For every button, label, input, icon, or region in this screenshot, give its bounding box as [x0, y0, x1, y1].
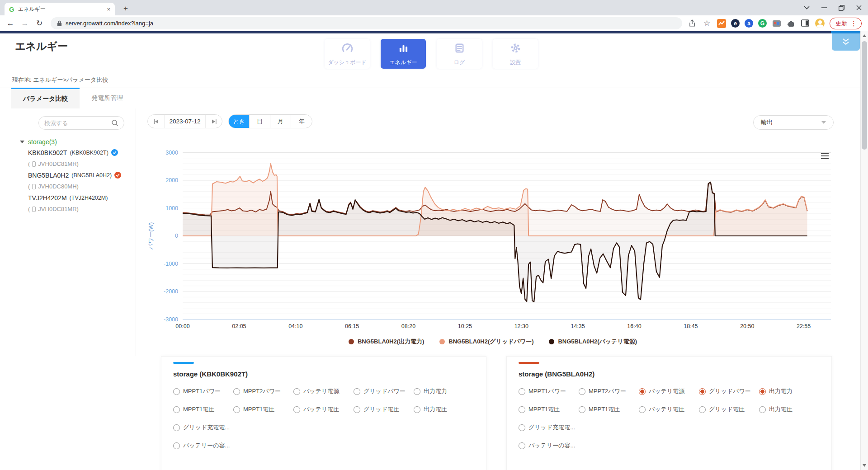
parameter-radio-unchecked[interactable]: MPPT2パワー: [233, 387, 293, 396]
parameter-radio-unchecked[interactable]: バッテリ電圧: [293, 405, 354, 414]
radio-icon[interactable]: [414, 388, 420, 395]
interval-1[interactable]: 日: [250, 115, 270, 128]
radio-icon[interactable]: [293, 406, 300, 413]
forward-icon[interactable]: →: [19, 19, 31, 28]
parameter-radio-unchecked[interactable]: 出力電力: [414, 387, 447, 396]
radio-icon[interactable]: [173, 424, 180, 431]
window-close-icon[interactable]: [856, 5, 862, 10]
prev-date-icon[interactable]: [148, 115, 164, 128]
reload-icon[interactable]: ↻: [33, 19, 45, 28]
scroll-down-icon[interactable]: [863, 464, 866, 467]
browser-tab[interactable]: G エネルギー ×: [5, 3, 115, 15]
legend-item[interactable]: BNG5BLA0H2(出力電力): [349, 338, 424, 346]
radio-icon[interactable]: [414, 406, 420, 413]
tab-parameter-compare[interactable]: パラメータ比較: [11, 88, 80, 108]
interval-3[interactable]: 年: [291, 115, 312, 128]
radio-icon[interactable]: [759, 406, 766, 413]
radio-icon[interactable]: [233, 406, 240, 413]
window-restore-icon[interactable]: [839, 5, 844, 11]
parameter-radio-unchecked[interactable]: MPPT2パワー: [579, 387, 639, 396]
parameter-radio-unchecked[interactable]: MPPT1パワー: [519, 387, 579, 396]
ext-puzzle-icon[interactable]: [786, 19, 796, 28]
parameter-radio-unchecked[interactable]: バッテリーの容...: [173, 441, 230, 450]
ext-orange-analytics-icon[interactable]: [717, 19, 726, 28]
url-bar[interactable]: server.growatt.com/index?lang=ja: [51, 17, 682, 29]
radio-icon[interactable]: [354, 388, 360, 395]
nav-item-gear[interactable]: 設置: [493, 39, 538, 69]
parameter-radio-unchecked[interactable]: バッテリ電圧: [639, 405, 699, 414]
radio-icon[interactable]: [173, 388, 180, 395]
radio-icon[interactable]: [519, 388, 525, 395]
parameter-radio-unchecked[interactable]: グリッド充電電...: [173, 423, 230, 432]
next-date-icon[interactable]: [206, 115, 222, 128]
ext-blue-a-icon[interactable]: a: [745, 19, 753, 28]
legend-item[interactable]: BNG5BLA0H2(グリッドパワー): [439, 338, 533, 346]
interval-0[interactable]: とき: [229, 115, 250, 128]
parameter-radio-unchecked[interactable]: 出力電圧: [759, 405, 793, 414]
ext-green-g-icon[interactable]: G: [758, 19, 767, 28]
radio-icon[interactable]: [639, 388, 646, 395]
nav-item-log[interactable]: ログ: [437, 39, 482, 69]
device-search[interactable]: [38, 116, 124, 130]
bookmark-star-icon[interactable]: ☆: [702, 19, 712, 28]
back-icon[interactable]: ←: [5, 19, 16, 28]
tab-plant-manage[interactable]: 発電所管理: [80, 88, 135, 108]
share-icon[interactable]: [688, 19, 697, 28]
tree-device[interactable]: KBK0BK902T(KBK0BK902T): [20, 147, 133, 158]
radio-icon[interactable]: [519, 424, 525, 431]
radio-icon[interactable]: [354, 406, 360, 413]
parameter-radio-unchecked[interactable]: グリッド電圧: [699, 405, 759, 414]
interval-2[interactable]: 月: [270, 115, 291, 128]
radio-icon[interactable]: [173, 406, 180, 413]
parameter-radio-unchecked[interactable]: MPPT1電圧: [579, 405, 639, 414]
tree-group[interactable]: storage(3): [20, 137, 133, 147]
window-minimize-icon[interactable]: [821, 5, 827, 10]
tree-device[interactable]: TVJ2H4202M(TVJ2H4202M): [20, 192, 133, 203]
parameter-radio-checked[interactable]: 出力電力: [759, 387, 793, 396]
export-select[interactable]: 輸出: [753, 115, 834, 130]
search-icon[interactable]: [111, 119, 118, 127]
parameter-radio-unchecked[interactable]: グリッド充電電...: [519, 423, 575, 432]
parameter-radio-unchecked[interactable]: バッテリーの容...: [519, 441, 575, 450]
collapse-header-button[interactable]: [832, 33, 860, 51]
ext-collections-icon[interactable]: [772, 19, 781, 28]
parameter-radio-unchecked[interactable]: MPPT1パワー: [173, 387, 233, 396]
radio-icon[interactable]: [519, 406, 525, 413]
ext-split-screen-icon[interactable]: [801, 19, 810, 28]
nav-item-bars[interactable]: エネルギー: [381, 39, 426, 69]
radio-icon[interactable]: [173, 442, 180, 449]
radio-icon[interactable]: [293, 388, 300, 395]
radio-icon[interactable]: [519, 442, 525, 449]
chrome-update-button[interactable]: 更新 ⋮: [830, 18, 862, 29]
scroll-up-icon[interactable]: [863, 34, 866, 37]
power-line-chart[interactable]: 3000200010000-1000-2000-3000パワー(W)00:000…: [136, 144, 850, 334]
nav-item-gauge[interactable]: ダッシュボード: [325, 39, 370, 69]
page-scrollbar[interactable]: [860, 31, 868, 470]
kebab-menu-icon[interactable]: ⋮: [850, 19, 857, 28]
parameter-radio-unchecked[interactable]: MPPT1電圧: [233, 405, 293, 414]
parameter-radio-unchecked[interactable]: MPPT1電圧: [519, 405, 579, 414]
radio-icon[interactable]: [759, 388, 766, 395]
radio-icon[interactable]: [579, 406, 585, 413]
radio-icon[interactable]: [639, 406, 646, 413]
ext-dark-e-icon[interactable]: e: [731, 19, 740, 28]
parameter-radio-unchecked[interactable]: バッテリ電源: [293, 387, 354, 396]
radio-icon[interactable]: [233, 388, 240, 395]
parameter-radio-checked[interactable]: グリッドパワー: [699, 387, 759, 396]
radio-icon[interactable]: [699, 388, 706, 395]
tab-close-icon[interactable]: ×: [107, 6, 110, 13]
parameter-radio-checked[interactable]: バッテリ電源: [639, 387, 699, 396]
new-tab-button[interactable]: +: [120, 4, 131, 14]
radio-icon[interactable]: [699, 406, 706, 413]
parameter-radio-unchecked[interactable]: グリッドパワー: [354, 387, 414, 396]
parameter-radio-unchecked[interactable]: MPPT1電圧: [173, 405, 233, 414]
parameter-radio-unchecked[interactable]: グリッド電圧: [354, 405, 414, 414]
radio-icon[interactable]: [579, 388, 585, 395]
tree-collapse-icon[interactable]: [20, 141, 24, 143]
tab-search-chevron-icon[interactable]: [804, 6, 810, 9]
scrollbar-thumb[interactable]: [862, 41, 867, 150]
parameter-radio-unchecked[interactable]: 出力電圧: [414, 405, 447, 414]
profile-avatar[interactable]: [815, 19, 825, 28]
chart-menu-icon[interactable]: [821, 153, 829, 159]
date-value[interactable]: 2023-07-12: [164, 115, 206, 128]
